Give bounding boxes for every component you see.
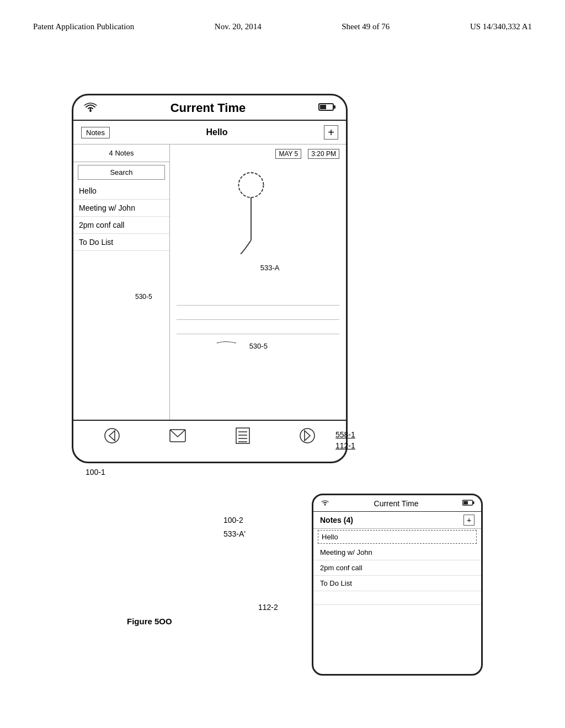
list-icon[interactable] — [236, 427, 250, 444]
label-533a: 533-A — [260, 264, 280, 272]
note-line-2 — [177, 306, 339, 320]
forward-icon[interactable] — [299, 427, 316, 444]
note-date: MAY 5 — [275, 149, 301, 159]
svg-rect-4 — [327, 105, 333, 109]
sidebar-empty — [73, 251, 169, 420]
sidebar-item-conf[interactable]: 2pm conf call — [73, 217, 169, 234]
small-note-item-hello[interactable]: Hello — [318, 530, 477, 544]
small-add-button[interactable]: + — [463, 515, 475, 526]
note-title: Hello — [206, 127, 227, 137]
svg-point-17 — [324, 504, 326, 506]
small-notes-title: Notes (4) — [320, 516, 353, 524]
svg-point-5 — [239, 173, 264, 197]
small-note-item-conf[interactable]: 2pm conf call — [313, 560, 481, 576]
phone-content: 4 Notes Search Hello Meeting w/ John 2pm… — [73, 144, 346, 420]
svg-rect-2 — [333, 105, 335, 109]
small-battery-icon — [462, 499, 475, 508]
svg-rect-10 — [236, 428, 249, 443]
stylus-drawing-area: 533-A — [177, 164, 339, 275]
small-note-item-todo[interactable]: To Do List — [313, 576, 481, 591]
svg-rect-3 — [320, 105, 326, 109]
date-label: Nov. 20, 2014 — [215, 22, 262, 31]
label-112-2: 112-2 — [258, 603, 278, 612]
svg-marker-15 — [305, 431, 310, 441]
svg-point-0 — [89, 110, 92, 112]
small-notes-row: Notes (4) + — [313, 512, 481, 529]
note-lines: 530-5 — [177, 291, 339, 334]
notes-count: 4 Notes — [73, 144, 169, 162]
back-icon[interactable] — [104, 427, 120, 444]
label-530-5-ext: 530-5 — [214, 338, 268, 350]
note-time: 3:20 PM — [308, 149, 339, 159]
small-status-title: Current Time — [374, 499, 419, 508]
label-533a-prime: 533-A' — [223, 529, 246, 538]
wifi-icon — [83, 101, 98, 115]
svg-point-8 — [105, 429, 119, 443]
small-wifi-icon — [320, 499, 330, 508]
label-530-5: 530-5 — [135, 293, 152, 301]
notes-sidebar: 4 Notes Search Hello Meeting w/ John 2pm… — [73, 144, 170, 420]
notes-button[interactable]: Notes — [81, 127, 110, 138]
label-100-2: 100-2 — [223, 516, 243, 524]
svg-point-16 — [300, 429, 315, 443]
sidebar-item-meeting[interactable]: Meeting w/ John — [73, 200, 169, 217]
svg-rect-20 — [463, 501, 468, 504]
phone-main: Current Time Notes Hello + 4 Notes Searc… — [72, 94, 348, 463]
phone-toolbar — [73, 420, 346, 450]
publication-label: Patent Application Publication — [33, 22, 134, 31]
phone-small: Current Time Notes (4) + Hello Meeting w… — [312, 494, 483, 676]
search-button[interactable]: Search — [78, 165, 165, 180]
add-note-button[interactable]: + — [324, 125, 338, 140]
mail-icon[interactable] — [169, 429, 186, 442]
battery-icon — [318, 102, 336, 115]
patent-number: US 14/340,332 A1 — [470, 22, 532, 31]
label-558-1: 558-1 — [335, 430, 355, 439]
small-note-item-meeting[interactable]: Meeting w/ John — [313, 545, 481, 560]
status-bar: Current Time — [73, 95, 346, 121]
label-112-1: 112-1 — [335, 441, 355, 450]
note-line-1: 530-5 — [177, 291, 339, 306]
page-header: Patent Application Publication Nov. 20, … — [33, 22, 532, 31]
sheet-label: Sheet 49 of 76 — [342, 22, 390, 31]
note-panel: MAY 5 3:20 PM 533-A 530-5 — [170, 144, 346, 420]
small-empty — [313, 591, 481, 605]
sidebar-item-hello[interactable]: Hello — [73, 183, 169, 200]
note-date-row: MAY 5 3:20 PM — [177, 149, 339, 159]
svg-rect-19 — [472, 501, 474, 504]
status-title: Current Time — [170, 101, 246, 115]
svg-marker-7 — [109, 431, 115, 441]
note-line-3 — [177, 320, 339, 334]
sidebar-item-todo[interactable]: To Do List — [73, 234, 169, 251]
label-100-1: 100-1 — [86, 468, 105, 477]
small-status-bar: Current Time — [313, 495, 481, 512]
notes-header-row: Notes Hello + — [73, 121, 346, 144]
figure-caption: Figure 5OO — [127, 617, 172, 626]
